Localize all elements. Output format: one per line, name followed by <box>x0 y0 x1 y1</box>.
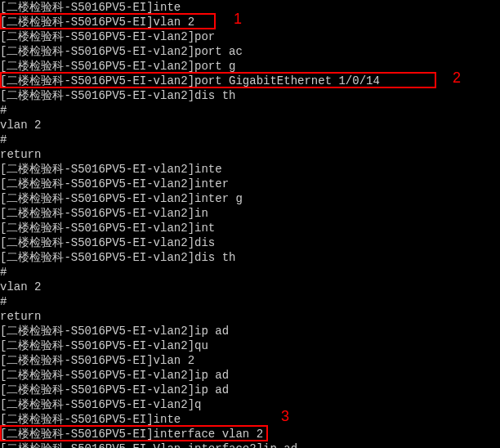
terminal-line: [二楼检验科-S5016PV5-EI-vlan2]q <box>0 397 500 412</box>
annotation-label-3: 3 <box>281 409 289 423</box>
terminal-line: [二楼检验科-S5016PV5-EI-vlan2]dis th <box>0 250 500 265</box>
terminal-line: [二楼检验科-S5016PV5-EI]vlan 2 <box>0 353 500 368</box>
terminal-line: [二楼检验科-S5016PV5-EI-vlan2]qu <box>0 338 500 353</box>
terminal-line: [二楼检验科-S5016PV5-EI-vlan2]por <box>0 29 500 44</box>
terminal-line: [二楼检验科-S5016PV5-EI-vlan2]port GigabitEth… <box>0 74 500 88</box>
terminal-line: return <box>0 147 500 162</box>
terminal-line: # <box>0 132 500 147</box>
terminal-line: [二楼检验科-S5016PV5-EI-vlan2]int <box>0 221 500 235</box>
terminal-line: [二楼检验科-S5016PV5-EI]vlan 2 <box>0 15 500 29</box>
annotation-label-2: 2 <box>453 70 461 85</box>
terminal-line: [二楼检验科-S5016PV5-EI-vlan2]port g <box>0 59 500 74</box>
terminal-line: [二楼检验科-S5016PV5-EI]interface vlan 2 <box>0 427 500 441</box>
terminal-line: [二楼检验科-S5016PV5-EI-vlan2]inter g <box>0 191 500 206</box>
terminal-line: [二楼检验科-S5016PV5-EI-vlan2]ip ad <box>0 383 500 397</box>
terminal-line: [二楼检验科-S5016PV5-EI-Vlan-interface2]ip ad <box>0 441 500 448</box>
terminal-line: [二楼检验科-S5016PV5-EI-vlan2]dis th <box>0 88 500 103</box>
terminal-line: [二楼检验科-S5016PV5-EI-vlan2]ip ad <box>0 368 500 383</box>
terminal-output[interactable]: [二楼检验科-S5016PV5-EI]inte[二楼检验科-S5016PV5-E… <box>0 0 500 448</box>
terminal-line: [二楼检验科-S5016PV5-EI-vlan2]inte <box>0 162 500 177</box>
terminal-line: vlan 2 <box>0 118 500 132</box>
terminal-line: [二楼检验科-S5016PV5-EI-vlan2]port ac <box>0 44 500 59</box>
terminal-line: [二楼检验科-S5016PV5-EI]inte <box>0 412 500 427</box>
terminal-line: [二楼检验科-S5016PV5-EI-vlan2]inter <box>0 177 500 191</box>
terminal-line: vlan 2 <box>0 280 500 294</box>
terminal-line: return <box>0 309 500 324</box>
terminal-line: [二楼检验科-S5016PV5-EI-vlan2]ip ad <box>0 324 500 338</box>
annotation-label-1: 1 <box>234 11 242 26</box>
terminal-line: [二楼检验科-S5016PV5-EI-vlan2]in <box>0 206 500 221</box>
terminal-line: # <box>0 103 500 118</box>
terminal-line: # <box>0 294 500 309</box>
terminal-line: [二楼检验科-S5016PV5-EI]inte <box>0 0 500 15</box>
terminal-line: # <box>0 265 500 280</box>
terminal-line: [二楼检验科-S5016PV5-EI-vlan2]dis <box>0 235 500 250</box>
